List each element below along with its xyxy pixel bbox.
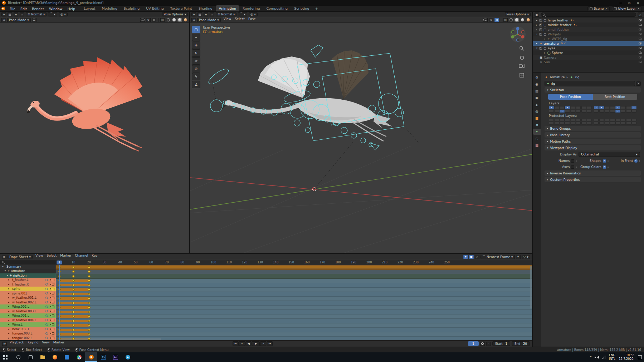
transform-orientation-dropdown[interactable]: ⊙ Normal ▾ <box>26 12 47 16</box>
language-indicator[interactable]: ENGINTL <box>609 354 615 361</box>
collapsed-section-header[interactable]: ▸Custom Properties <box>545 177 641 182</box>
vertical-scrollbar[interactable] <box>530 266 532 309</box>
bone-layer-toggle[interactable] <box>621 106 626 109</box>
visibility-eye-icon[interactable] <box>639 24 642 26</box>
bone-layer-toggle[interactable] <box>615 110 620 113</box>
bone-layer-toggle[interactable] <box>599 106 604 109</box>
keyframe-row[interactable] <box>56 279 532 283</box>
outliner-row[interactable]: ▸ ▢ small feather <box>533 27 644 32</box>
bone-layer-toggle[interactable] <box>587 110 592 113</box>
bone-layer-toggle[interactable] <box>626 119 631 122</box>
current-frame-indicator[interactable]: 1 <box>57 261 62 264</box>
dope-sheet-menu-item[interactable]: Select <box>45 254 58 260</box>
keyframe-row[interactable] <box>56 323 532 328</box>
collapsed-section-header[interactable]: ▸Inverse Kinematics <box>545 170 641 176</box>
toolbar-tool-button[interactable]: ⌖ <box>192 34 200 41</box>
overlays-icon[interactable]: ◍ <box>494 18 499 22</box>
collection-checkbox[interactable] <box>539 19 542 22</box>
properties-tab[interactable]: ◉ <box>533 81 541 87</box>
collection-checkbox[interactable] <box>539 24 542 26</box>
transport-button[interactable]: ◀ <box>245 341 252 346</box>
bone-layer-toggle[interactable] <box>576 122 581 125</box>
bone-layer-toggle[interactable] <box>576 110 581 113</box>
object-visibility-icon[interactable] <box>483 18 488 22</box>
bone-layer-toggle[interactable] <box>571 119 576 122</box>
bone-layer-toggle[interactable] <box>605 106 610 109</box>
viewport-menu-item[interactable]: Select <box>233 17 247 23</box>
transport-button[interactable]: ⇥ <box>267 341 273 346</box>
add-workspace-button[interactable]: + <box>312 7 320 11</box>
viewport-menu-item[interactable]: Pose <box>247 17 258 23</box>
menu-item[interactable]: Render <box>29 6 47 11</box>
channel-row[interactable]: ▸ Wing.002.L <box>0 304 56 309</box>
bone-layer-toggle[interactable] <box>565 110 570 113</box>
clock[interactable]: 10:5515.7.2020. <box>619 354 634 361</box>
active-tool-icon[interactable]: ➤ <box>1 12 6 16</box>
bone-layer-toggle[interactable] <box>621 122 626 125</box>
collection-checkbox[interactable] <box>539 33 542 36</box>
bone-layer-toggle[interactable] <box>554 119 559 122</box>
display-as-dropdown[interactable]: Octahedral ▾ <box>579 152 640 157</box>
playback-menu-item[interactable]: Playback <box>8 341 26 347</box>
outliner-row[interactable]: ▸ ▢ large feather ✦₁ <box>533 18 644 23</box>
keyframe-row[interactable] <box>56 283 532 288</box>
volume-icon[interactable] <box>596 356 599 359</box>
playback-menu-item[interactable]: View <box>40 341 51 347</box>
mode-dropdown[interactable]: Pose Mode▾ <box>197 18 221 22</box>
tool-toggle-icon[interactable]: ▦ <box>8 12 12 16</box>
toolbar-tool-button[interactable]: ⊕ <box>192 65 200 73</box>
bone-layer-toggle[interactable] <box>615 106 620 109</box>
pose-position-button[interactable]: Pose Position <box>548 94 593 100</box>
mode-dropdown[interactable]: Pose Mode▾ <box>7 18 31 22</box>
properties-tab[interactable]: ◭ <box>533 101 541 108</box>
blender-taskbar-icon[interactable] <box>85 352 97 362</box>
frame-end-field[interactable]: End20 <box>512 341 530 346</box>
bone-layer-toggle[interactable] <box>615 122 620 125</box>
channel-row[interactable]: ▸ w_feather.003.L <box>0 309 56 314</box>
dope-sheet-mode-dropdown[interactable]: Dope Sheet▾ <box>8 255 33 259</box>
snap-dropdown[interactable]: ⌒▾ <box>238 12 247 16</box>
firefox-icon[interactable] <box>49 352 61 362</box>
notification-center-icon[interactable] <box>638 355 642 359</box>
proportional-edit-dropdown[interactable]: ◎▾ <box>249 12 258 16</box>
shading-solid-button[interactable] <box>172 18 176 22</box>
bone-layer-toggle[interactable] <box>599 119 604 122</box>
gizmos-icon[interactable]: ⊕ <box>489 18 493 22</box>
timeline-editor-icon[interactable]: ◔ <box>2 342 7 346</box>
toolbar-tool-button[interactable]: ▱ <box>192 57 200 65</box>
show-errors-toggle-icon[interactable]: △ <box>475 255 479 259</box>
outliner-row[interactable]: ▣ Camera <box>533 55 644 60</box>
search-button[interactable] <box>12 352 24 362</box>
zoom-icon[interactable] <box>518 45 525 51</box>
section-skeleton[interactable]: ▾ Skeleton <box>545 87 641 93</box>
proportional-dropdown-icon[interactable]: ▾ <box>516 255 521 259</box>
view-layer-selector[interactable]: View Layer ✕ <box>612 6 642 11</box>
bone-layer-toggle[interactable] <box>615 119 620 122</box>
channel-row[interactable]: ▸ w_feather.002.L <box>0 300 56 305</box>
bone-layer-toggle[interactable] <box>631 122 636 125</box>
snap-dropdown[interactable]: ⌒▾ <box>48 12 57 16</box>
shading-rendered-button[interactable] <box>183 18 188 22</box>
bone-layer-toggle[interactable] <box>605 110 610 113</box>
keyframe-row[interactable] <box>56 314 532 319</box>
keyframe-diamond[interactable] <box>87 270 90 273</box>
workspace-tab[interactable]: UV Editing <box>143 5 167 11</box>
keyframe-row[interactable] <box>56 319 532 323</box>
display-check[interactable]: Names <box>545 158 577 163</box>
shading-material-button[interactable] <box>177 18 182 22</box>
visibility-eye-icon[interactable] <box>639 52 642 54</box>
editor-type-icon[interactable]: ⊞ <box>1 18 6 22</box>
outliner-row[interactable]: ▾ ▢ eyes <box>533 46 644 50</box>
collection-checkbox[interactable] <box>539 28 542 31</box>
channel-row[interactable]: ▸ Wing.001.L <box>0 313 56 318</box>
photoshop-icon[interactable]: Ps <box>97 352 109 362</box>
proportional-edit-dropdown[interactable]: ◎▾ <box>59 12 68 16</box>
dope-sheet-menu-item[interactable]: View <box>34 254 45 260</box>
bone-layer-toggle[interactable] <box>581 110 586 113</box>
show-hidden-toggle-icon[interactable]: ● <box>469 255 474 259</box>
viewport-right-canvas[interactable]: User Perspective (1) armature ▢⌖✚↻▱⊕✎∡ <box>190 23 532 253</box>
scene-unlink-icon[interactable]: ✕ <box>605 7 608 10</box>
channel-search[interactable] <box>0 260 56 264</box>
task-view-button[interactable] <box>24 352 36 362</box>
outliner-filter-icon[interactable]: ▣ <box>535 13 539 17</box>
